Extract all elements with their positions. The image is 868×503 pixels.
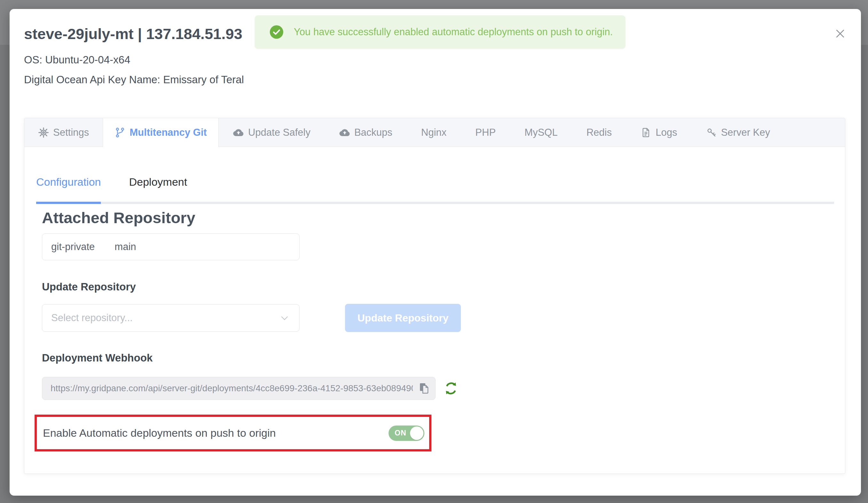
- webhook-url-input[interactable]: https://my.gridpane.com/api/server-git/d…: [42, 377, 436, 400]
- toggle-knob: [410, 427, 423, 440]
- subtab-bar: Configuration Deployment: [36, 176, 834, 204]
- screen: steve-29july-mt | 137.184.51.93 OS: Ubun…: [0, 0, 868, 503]
- tab-multitenancy-git[interactable]: Multitenancy Git: [103, 118, 219, 147]
- repository-name: git-private: [51, 241, 95, 253]
- tab-label: PHP: [475, 127, 496, 138]
- deployment-webhook-label: Deployment Webhook: [42, 352, 827, 364]
- attached-repository-heading: Attached Repository: [42, 208, 827, 227]
- gear-icon: [38, 127, 49, 138]
- server-modal: steve-29july-mt | 137.184.51.93 OS: Ubun…: [10, 9, 861, 496]
- server-title: steve-29july-mt | 137.184.51.93: [24, 25, 242, 43]
- check-circle-icon: [269, 25, 283, 39]
- tab-label: Server Key: [721, 127, 770, 138]
- tab-label: Update Safely: [248, 127, 310, 138]
- git-branch-icon: [115, 127, 125, 138]
- close-button[interactable]: [833, 26, 848, 41]
- auto-deploy-label: Enable Automatic deployments on push to …: [43, 427, 276, 439]
- tab-label: Backups: [354, 127, 392, 138]
- tab-bar: Settings Multitenancy Git Update Safely: [24, 118, 845, 147]
- tab-php[interactable]: PHP: [461, 118, 510, 147]
- webhook-url: https://my.gridpane.com/api/server-git/d…: [51, 383, 413, 393]
- cloud-upload-icon: [233, 127, 244, 138]
- tab-label: Settings: [53, 127, 89, 138]
- close-icon: [833, 37, 848, 42]
- os-line: OS: Ubuntu-20-04-x64: [24, 54, 130, 66]
- subtab-deployment[interactable]: Deployment: [129, 176, 187, 202]
- file-text-icon: [640, 127, 651, 138]
- success-toast: You have successfully enabled automatic …: [255, 16, 626, 49]
- highlight-annotation-box: Enable Automatic deployments on push to …: [34, 415, 432, 451]
- tab-nginx[interactable]: Nginx: [407, 118, 461, 147]
- tab-label: Nginx: [421, 127, 446, 138]
- cloud-upload-icon: [339, 127, 350, 138]
- refresh-icon: [444, 392, 458, 397]
- api-key-line: Digital Ocean Api Key Name: Emissary of …: [24, 74, 244, 86]
- tab-backups[interactable]: Backups: [325, 118, 407, 147]
- chevron-down-icon: [279, 312, 290, 324]
- tab-mysql[interactable]: MySQL: [510, 118, 572, 147]
- update-repository-button[interactable]: Update Repository: [345, 304, 461, 332]
- toggle-state-label: ON: [395, 429, 406, 437]
- update-repository-row: Select repository... Update Repository: [42, 304, 827, 332]
- key-icon: [706, 127, 717, 138]
- subtab-configuration[interactable]: Configuration: [36, 176, 101, 202]
- repository-branch: main: [115, 241, 136, 253]
- server-panel: Settings Multitenancy Git Update Safely: [24, 118, 845, 474]
- tab-redis[interactable]: Redis: [572, 118, 626, 147]
- update-repository-label: Update Repository: [42, 281, 827, 293]
- refresh-webhook-button[interactable]: [444, 381, 458, 396]
- tab-settings[interactable]: Settings: [24, 118, 103, 147]
- tab-label: Multitenancy Git: [130, 127, 207, 138]
- tab-server-key[interactable]: Server Key: [692, 118, 784, 147]
- auto-deploy-toggle[interactable]: ON: [389, 425, 424, 441]
- tab-update-safely[interactable]: Update Safely: [219, 118, 325, 147]
- tab-label: MySQL: [525, 127, 558, 138]
- tab-label: Redis: [586, 127, 612, 138]
- deployment-webhook-row: https://my.gridpane.com/api/server-git/d…: [42, 377, 827, 400]
- tab-label: Logs: [655, 127, 677, 138]
- attached-repository-row: git-private main: [42, 233, 300, 260]
- toast-message: You have successfully enabled automatic …: [294, 26, 613, 38]
- tab-logs[interactable]: Logs: [626, 118, 691, 147]
- configuration-content: Attached Repository git-private main Upd…: [24, 208, 845, 451]
- repository-select[interactable]: Select repository...: [42, 304, 300, 332]
- select-placeholder: Select repository...: [51, 312, 133, 324]
- copy-icon[interactable]: [418, 382, 431, 395]
